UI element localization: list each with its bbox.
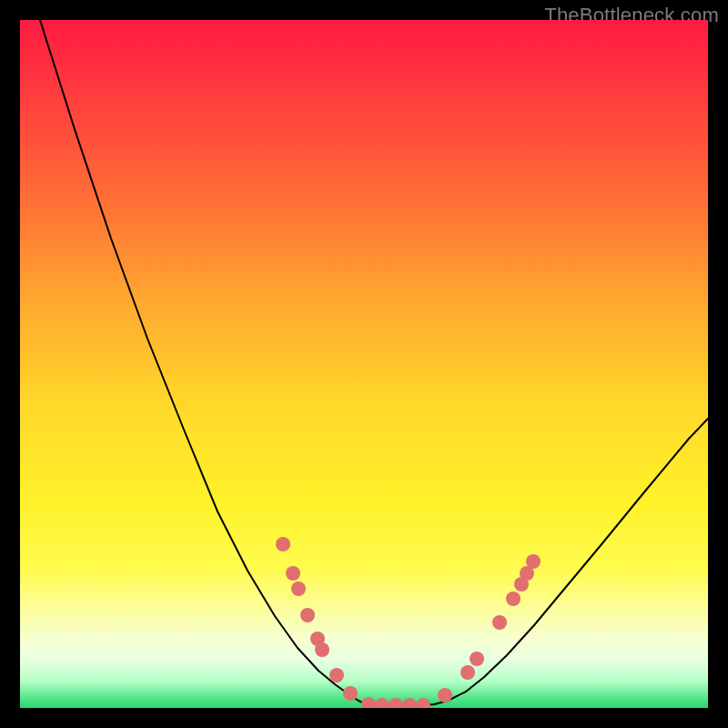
data-marker	[460, 665, 475, 680]
data-marker	[329, 668, 344, 682]
data-marker	[276, 537, 290, 551]
data-marker	[286, 566, 300, 581]
data-marker	[375, 698, 389, 708]
data-marker	[470, 652, 484, 666]
data-marker	[389, 698, 403, 708]
data-marker	[361, 697, 376, 708]
data-marker	[438, 688, 452, 703]
data-marker	[402, 698, 417, 708]
data-marker	[416, 698, 430, 708]
chart-frame	[20, 20, 708, 708]
data-marker	[526, 554, 541, 569]
data-marker	[506, 592, 521, 606]
marker-group	[276, 537, 541, 708]
curve-layer	[20, 20, 708, 708]
data-marker	[492, 615, 507, 630]
curve-group	[40, 20, 708, 705]
plot-area	[20, 20, 708, 708]
data-marker	[300, 608, 315, 622]
data-marker	[315, 642, 329, 657]
bottleneck-curve	[40, 20, 708, 705]
data-marker	[291, 581, 306, 596]
data-marker	[343, 686, 358, 701]
